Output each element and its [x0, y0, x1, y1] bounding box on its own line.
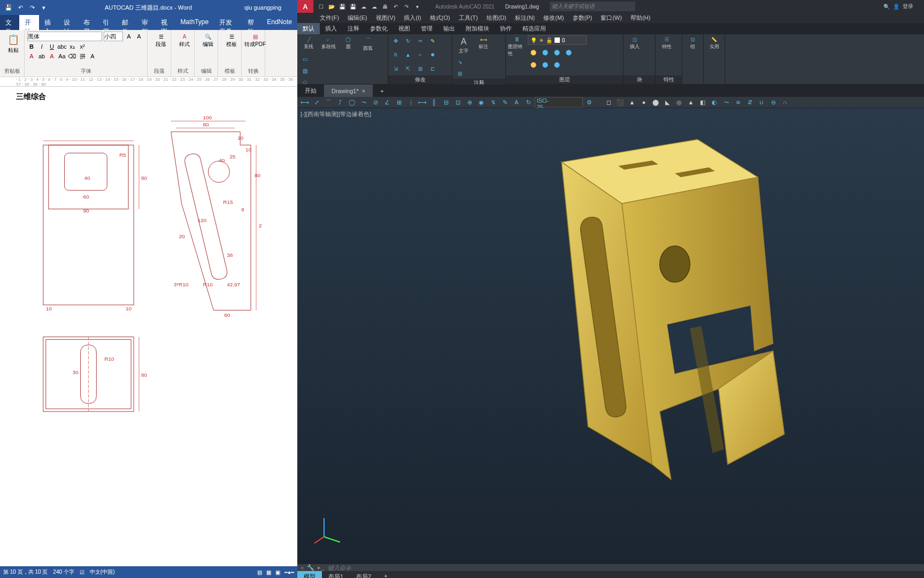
- leader-icon[interactable]: ↘: [455, 56, 465, 67]
- styles-button[interactable]: A样式: [174, 32, 195, 48]
- subscript-button[interactable]: x₂: [68, 42, 76, 51]
- solid-cone-icon[interactable]: ▲: [627, 97, 637, 108]
- solid-torus-icon[interactable]: ◎: [674, 97, 684, 108]
- ribtab-manage[interactable]: 管理: [415, 23, 438, 34]
- cloud-open-icon[interactable]: ☁: [359, 2, 368, 11]
- ribtab-output[interactable]: 输出: [438, 23, 460, 34]
- layout-model[interactable]: 模型: [297, 571, 322, 578]
- dim-update-icon[interactable]: ↻: [523, 97, 534, 108]
- rectangle-icon[interactable]: ▭: [299, 54, 310, 64]
- menu-modify[interactable]: 修改(M): [539, 13, 568, 23]
- font-name-select[interactable]: [27, 32, 102, 41]
- dim-radius-icon[interactable]: ◯: [346, 97, 357, 108]
- solid-box-icon[interactable]: ◻: [603, 97, 614, 108]
- save-icon[interactable]: 💾: [4, 3, 13, 12]
- layer-selector[interactable]: 💡 ☀ 🔓 0: [528, 35, 587, 45]
- dim-arc-icon[interactable]: ⌒: [323, 97, 334, 108]
- paste-button[interactable]: 📋 粘贴: [3, 32, 24, 54]
- cmdline-customize-icon[interactable]: 🔧: [307, 564, 314, 571]
- layer-freeze-icon[interactable]: ⬤: [540, 47, 550, 57]
- grow-font-icon[interactable]: A: [125, 32, 133, 41]
- phonetic-guide-icon[interactable]: 拼: [78, 52, 87, 60]
- layer-lock-icon[interactable]: ⬤: [551, 47, 562, 57]
- dim-textedit-icon[interactable]: A: [511, 97, 522, 108]
- page-indicator[interactable]: 第 10 页，共 10 页: [3, 568, 48, 576]
- print-layout-icon[interactable]: ▦: [266, 569, 271, 575]
- mirror-icon[interactable]: ▲: [403, 49, 413, 60]
- dim-break-icon[interactable]: ⊟: [441, 97, 451, 108]
- dim-linear-icon[interactable]: ⟷: [299, 97, 310, 108]
- stretch-icon[interactable]: ⇲: [390, 63, 401, 74]
- acad-login-area[interactable]: 🔍 👤 登录: [883, 3, 924, 10]
- read-mode-icon[interactable]: ▤: [257, 569, 262, 575]
- insert-block-button[interactable]: ◫插入: [626, 35, 644, 50]
- dim-space-icon[interactable]: ║: [429, 97, 440, 108]
- solid-union-icon[interactable]: ∪: [756, 97, 767, 108]
- dim-jogged-icon[interactable]: ⤳: [358, 97, 369, 108]
- tab-insert[interactable]: 插入: [39, 15, 58, 30]
- tab-layout[interactable]: 布局: [78, 15, 97, 30]
- solid-sphere-icon[interactable]: ●: [638, 97, 649, 108]
- add-layout-button[interactable]: +: [378, 571, 394, 578]
- inspect-icon[interactable]: ◉: [476, 97, 487, 108]
- table-icon[interactable]: ⊞: [455, 68, 465, 79]
- menu-parametric[interactable]: 参数(P): [568, 13, 597, 23]
- center-mark-icon[interactable]: ⊕: [464, 97, 475, 108]
- customize-qat-icon[interactable]: ▾: [40, 3, 48, 12]
- solid-subtract-icon[interactable]: ⊖: [768, 97, 779, 108]
- scale-icon[interactable]: ⇱: [403, 63, 413, 74]
- viewport-controls[interactable]: [-][西南等轴测][带边缘着色]: [301, 110, 371, 118]
- doctab-drawing1[interactable]: Drawing1* ×: [324, 85, 373, 97]
- font-size-select[interactable]: [104, 32, 123, 41]
- word-count[interactable]: 240 个字: [53, 568, 74, 576]
- cloud-save-icon[interactable]: ☁: [370, 2, 379, 11]
- dim-ordinate-icon[interactable]: ⤴: [335, 97, 345, 108]
- layout-1[interactable]: 布局1: [322, 571, 350, 578]
- solid-cylinder-icon[interactable]: ⬤: [650, 97, 661, 108]
- menu-help[interactable]: 帮助(H): [626, 13, 654, 23]
- new-tab-button[interactable]: +: [373, 85, 391, 97]
- properties-button[interactable]: ☰特性: [658, 35, 676, 50]
- ribtab-insert[interactable]: 插入: [320, 23, 342, 34]
- spell-check-icon[interactable]: ☑: [80, 569, 84, 575]
- ribtab-annotate[interactable]: 注释: [342, 23, 365, 34]
- clear-format-icon[interactable]: ⌫: [68, 52, 76, 60]
- tab-mailings[interactable]: 邮件: [117, 15, 136, 30]
- change-case-icon[interactable]: Aa: [58, 52, 66, 60]
- pdf-convert-button[interactable]: ▤转成PDF: [244, 32, 266, 48]
- solid-sweep-icon[interactable]: ⤳: [721, 97, 732, 108]
- dimension-button[interactable]: ⟷标注: [474, 35, 492, 50]
- editing-button[interactable]: 🔍编辑: [197, 32, 219, 48]
- ribtab-default[interactable]: 默认: [297, 23, 320, 34]
- array-icon[interactable]: ⊞: [415, 63, 426, 74]
- acad-logo[interactable]: A: [297, 0, 313, 13]
- utilities-button[interactable]: 📏实用: [706, 35, 722, 50]
- paragraph-button[interactable]: ☰段落: [150, 32, 172, 48]
- polyline-button[interactable]: ⌐多段线: [319, 35, 337, 50]
- underline-button[interactable]: U: [48, 42, 56, 51]
- dim-aligned-icon[interactable]: ⤢: [311, 97, 322, 108]
- word-document-area[interactable]: 三维综合 R5 40 60 90 80 10 10 100 80 10 10: [0, 87, 297, 566]
- tab-file[interactable]: 文件: [0, 15, 19, 30]
- language-indicator[interactable]: 中文(中国): [90, 568, 115, 576]
- hatch-icon[interactable]: ▨: [299, 65, 310, 76]
- ucs-icon[interactable]: [313, 515, 345, 547]
- redo-icon[interactable]: ↷: [28, 3, 36, 12]
- menu-format[interactable]: 格式(O): [426, 13, 455, 23]
- layer-prev-icon[interactable]: ⬤: [551, 59, 562, 70]
- layout-2[interactable]: 布局2: [350, 571, 378, 578]
- jog-line-icon[interactable]: ↯: [488, 97, 498, 108]
- font-color-icon[interactable]: A: [48, 52, 56, 60]
- tab-view[interactable]: 视图: [156, 15, 175, 30]
- copy-icon[interactable]: ⎘: [390, 49, 401, 60]
- dim-angular-icon[interactable]: ∠: [382, 97, 392, 108]
- tab-mathtype[interactable]: MathType: [175, 15, 214, 30]
- menu-dimension[interactable]: 标注(N): [511, 13, 539, 23]
- layer-uniso-icon[interactable]: ⬤: [540, 59, 550, 70]
- circle-button[interactable]: ◯圆: [339, 35, 357, 50]
- command-input[interactable]: [328, 565, 921, 571]
- line-button[interactable]: ╱直线: [299, 35, 318, 50]
- ribtab-collaborate[interactable]: 协作: [495, 23, 517, 34]
- layer-off-icon[interactable]: ⬤: [528, 47, 538, 57]
- save-icon[interactable]: 💾: [338, 2, 346, 11]
